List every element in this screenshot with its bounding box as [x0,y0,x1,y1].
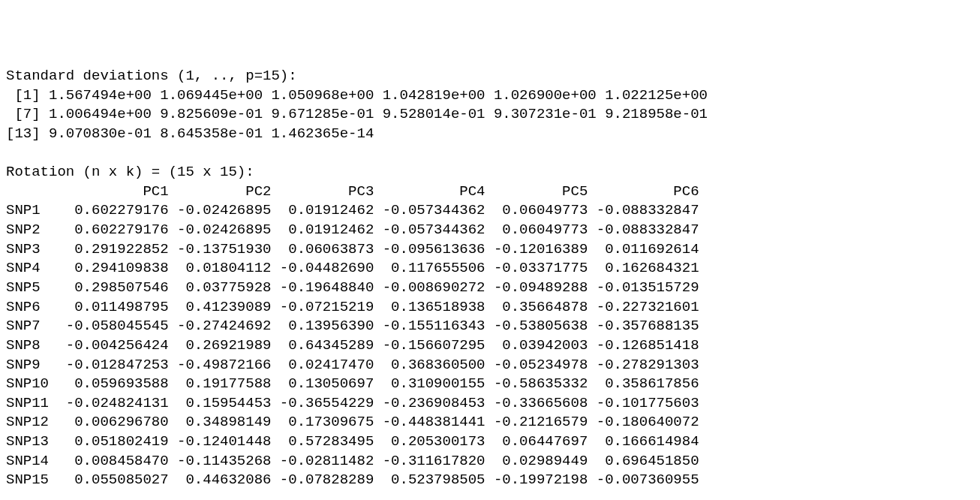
console-output: Standard deviations (1, .., p=15): [1] 1… [6,67,974,490]
